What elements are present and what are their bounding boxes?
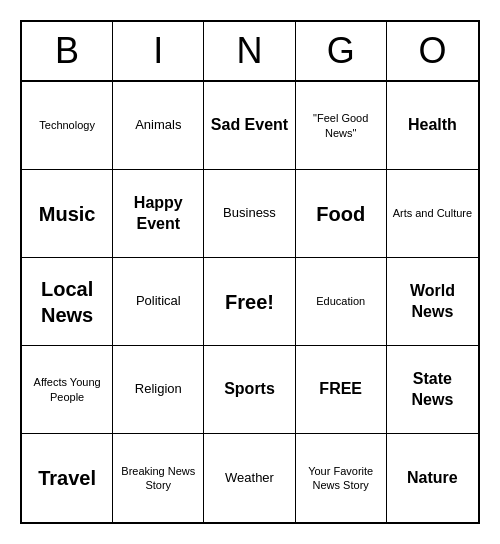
cell-label: Affects Young People [26,375,108,404]
cell-label: Sports [224,379,275,400]
header-letter: I [113,22,204,80]
header-letter: O [387,22,478,80]
bingo-cell: Food [296,170,387,258]
cell-label: Local News [26,276,108,328]
bingo-cell: Travel [22,434,113,522]
header-letter: G [296,22,387,80]
cell-label: Breaking News Story [117,464,199,493]
header-letter: N [204,22,295,80]
cell-label: World News [391,281,474,323]
bingo-cell: Local News [22,258,113,346]
cell-label: State News [391,369,474,411]
bingo-cell: State News [387,346,478,434]
cell-label: FREE [319,379,362,400]
header-letter: B [22,22,113,80]
bingo-cell: Technology [22,82,113,170]
bingo-cell: Nature [387,434,478,522]
bingo-cell: Music [22,170,113,258]
bingo-cell: Breaking News Story [113,434,204,522]
cell-label: Religion [135,381,182,398]
cell-label: Education [316,294,365,308]
cell-label: Business [223,205,276,222]
bingo-cell: Education [296,258,387,346]
bingo-cell: Weather [204,434,295,522]
cell-label: Your Favorite News Story [300,464,382,493]
cell-label: Food [316,201,365,227]
bingo-cell: Business [204,170,295,258]
bingo-grid: TechnologyAnimalsSad Event"Feel Good New… [22,82,478,522]
bingo-cell: World News [387,258,478,346]
cell-label: Health [408,115,457,136]
cell-label: Political [136,293,181,310]
bingo-cell: Sad Event [204,82,295,170]
bingo-cell: Free! [204,258,295,346]
cell-label: Sad Event [211,115,288,136]
cell-label: Travel [38,465,96,491]
cell-label: Happy Event [117,193,199,235]
bingo-cell: Political [113,258,204,346]
cell-label: Technology [39,118,95,132]
cell-label: Nature [407,468,458,489]
bingo-cell: Animals [113,82,204,170]
bingo-cell: Health [387,82,478,170]
bingo-header: BINGO [22,22,478,82]
bingo-cell: Your Favorite News Story [296,434,387,522]
bingo-cell: Religion [113,346,204,434]
cell-label: Arts and Culture [393,206,472,220]
cell-label: Free! [225,289,274,315]
bingo-card: BINGO TechnologyAnimalsSad Event"Feel Go… [20,20,480,524]
bingo-cell: "Feel Good News" [296,82,387,170]
cell-label: "Feel Good News" [300,111,382,140]
bingo-cell: Arts and Culture [387,170,478,258]
bingo-cell: FREE [296,346,387,434]
cell-label: Animals [135,117,181,134]
cell-label: Music [39,201,96,227]
cell-label: Weather [225,470,274,487]
bingo-cell: Sports [204,346,295,434]
bingo-cell: Happy Event [113,170,204,258]
bingo-cell: Affects Young People [22,346,113,434]
